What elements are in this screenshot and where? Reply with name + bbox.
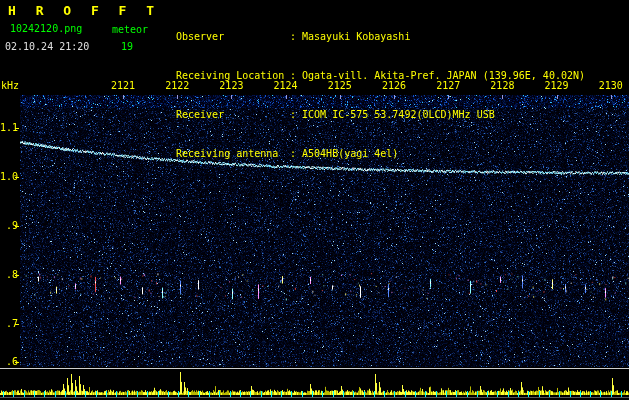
time-tick-label: 2123	[217, 80, 245, 91]
info-value: : Masayuki Kobayashi	[290, 31, 410, 42]
station-info-row: Receiving antenna: A504HB(yagi 4el)	[176, 147, 585, 160]
time-tick-label: 2130	[597, 80, 625, 91]
mode-label: meteor	[112, 24, 148, 35]
time-tick-label: 2127	[434, 80, 462, 91]
info-value: : ICOM IC-575 53.7492(0LCD)MHz USB	[290, 109, 495, 120]
meteor-count: 19	[121, 41, 133, 52]
freq-tick-label: 1.1	[0, 122, 18, 133]
info-label: Observer	[176, 30, 290, 43]
freq-tick-label: 1.0	[0, 171, 18, 182]
freq-tick-label: .9	[0, 220, 18, 231]
datetime-label: 02.10.24 21:20	[5, 41, 89, 52]
time-tick-label: 2121	[109, 80, 137, 91]
time-tick-label: 2122	[163, 80, 191, 91]
info-label: Receiving antenna	[176, 147, 290, 160]
station-info-row: Receiver: ICOM IC-575 53.7492(0LCD)MHz U…	[176, 108, 585, 121]
time-tick-label: 2124	[272, 80, 300, 91]
info-value: : A504HB(yagi 4el)	[290, 148, 398, 159]
time-tick-label: 2129	[543, 80, 571, 91]
info-label: Receiver	[176, 108, 290, 121]
y-axis-unit-label: kHz	[1, 80, 19, 91]
freq-tick-label: .8	[0, 269, 18, 280]
hrofft-screen: H R O F F T 10242120.png meteor 02.10.24…	[0, 0, 629, 400]
freq-tick-label: .7	[0, 318, 18, 329]
filename-label: 10242120.png	[10, 23, 82, 34]
time-tick-label: 2128	[488, 80, 516, 91]
time-tick-label: 2126	[380, 80, 408, 91]
header-overlay: H R O F F T 10242120.png meteor 02.10.24…	[0, 0, 629, 400]
station-info: Observer: Masayuki Kobayashi Receiving L…	[176, 4, 585, 186]
time-tick-label: 2125	[326, 80, 354, 91]
station-info-row: Observer: Masayuki Kobayashi	[176, 30, 585, 43]
app-title: H R O F F T	[8, 3, 160, 18]
freq-tick-label: .6	[0, 356, 18, 367]
